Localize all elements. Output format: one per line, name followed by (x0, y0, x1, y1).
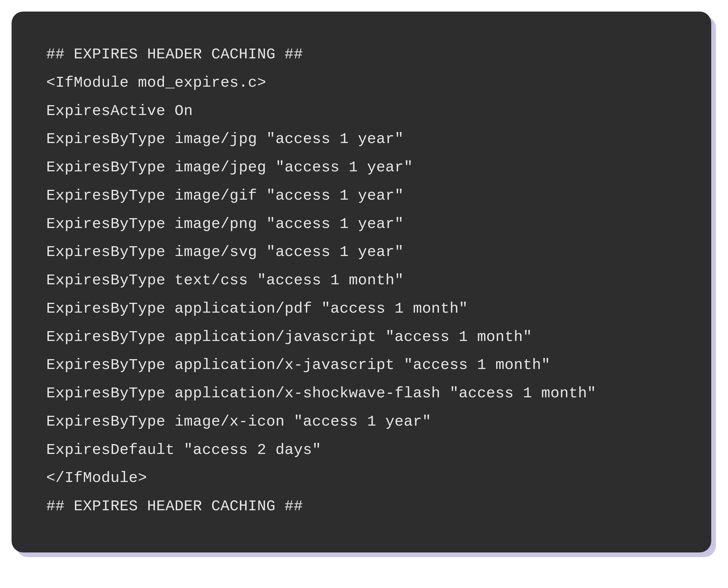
code-snippet-card: ## EXPIRES HEADER CACHING ## <IfModule m… (12, 12, 711, 552)
code-content: ## EXPIRES HEADER CACHING ## <IfModule m… (46, 40, 680, 521)
